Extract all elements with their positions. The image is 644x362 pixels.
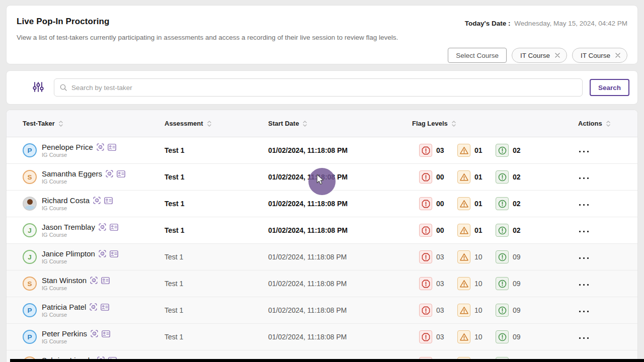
table-row: J Janice Plimpton IG Course Test 1 01/02… — [7, 244, 637, 270]
info-flag-icon[interactable] — [496, 304, 509, 317]
warning-flag-count: 10 — [474, 306, 485, 314]
warning-flag-icon[interactable] — [457, 197, 470, 210]
course-chip[interactable]: IT Course — [572, 48, 627, 63]
warning-flag-icon[interactable] — [457, 144, 470, 157]
course-chip-label: IT Course — [520, 52, 550, 59]
assessment-cell: Test 1 — [165, 306, 268, 314]
start-date-cell: 01/02/2024, 11:18:08 PM — [268, 226, 412, 234]
row-actions-menu-icon[interactable] — [578, 148, 590, 155]
select-course-button[interactable]: Select Course — [448, 48, 507, 63]
warning-flag-icon[interactable] — [457, 330, 470, 343]
info-flag-icon[interactable] — [496, 170, 509, 184]
face-scan-icon[interactable] — [90, 303, 97, 311]
face-scan-icon[interactable] — [93, 197, 101, 204]
critical-flag-count: 00 — [436, 200, 446, 208]
info-flag-icon[interactable] — [496, 224, 509, 237]
column-header-assessment[interactable]: Assessment — [165, 120, 268, 128]
table-row: S Samantha Eggers IG Course Test 1 01/02… — [7, 164, 637, 191]
avatar — [23, 197, 37, 211]
face-scan-icon[interactable] — [90, 277, 98, 284]
id-card-icon[interactable] — [102, 330, 110, 337]
face-scan-icon[interactable] — [99, 223, 106, 231]
course-label: IG Course — [42, 152, 116, 158]
actions-cell — [571, 279, 638, 289]
face-scan-icon[interactable] — [97, 143, 104, 151]
start-date-cell: 01/02/2024, 11:18:08 PM — [268, 280, 412, 288]
warning-flag-icon[interactable] — [457, 170, 470, 184]
column-header-start-date[interactable]: Start Date — [268, 120, 412, 128]
face-scan-icon[interactable] — [99, 250, 106, 257]
sort-icon[interactable] — [606, 120, 611, 128]
actions-cell — [571, 305, 638, 315]
critical-flag-icon[interactable] — [419, 170, 432, 184]
search-button[interactable]: Search — [590, 79, 629, 96]
row-actions-menu-icon[interactable] — [578, 201, 590, 209]
info-flag-count: 02 — [513, 226, 523, 234]
face-scan-icon[interactable] — [91, 330, 98, 337]
critical-flag-icon[interactable] — [419, 197, 432, 210]
column-header-flag-levels[interactable]: Flag Levels — [412, 120, 571, 128]
face-scan-icon[interactable] — [106, 170, 113, 177]
table-row: J Jason Tremblay IG Course Test 1 01/02/… — [7, 217, 637, 244]
id-card-icon[interactable] — [110, 250, 118, 257]
info-flag-icon[interactable] — [496, 144, 509, 157]
test-taker-cell: Richard Costa IG Course — [23, 196, 165, 211]
remove-course-icon[interactable] — [554, 52, 560, 58]
column-header-actions[interactable]: Actions — [571, 120, 638, 128]
row-actions-menu-icon[interactable] — [578, 308, 590, 315]
course-label: IG Course — [42, 232, 118, 238]
sort-icon[interactable] — [207, 120, 212, 128]
filter-icon[interactable] — [31, 80, 46, 95]
sort-icon[interactable] — [302, 120, 307, 128]
critical-flag-icon[interactable] — [419, 224, 432, 237]
test-taker-cell: J Janice Plimpton IG Course — [23, 249, 165, 264]
row-actions-menu-icon[interactable] — [578, 334, 590, 342]
page-subtitle: View a list of test-takers currently par… — [17, 34, 627, 41]
id-card-icon[interactable] — [108, 144, 116, 151]
info-flag-icon[interactable] — [496, 277, 509, 290]
row-actions-menu-icon[interactable] — [578, 254, 590, 262]
warning-flag-count: 10 — [474, 253, 485, 261]
warning-flag-icon[interactable] — [457, 277, 470, 290]
id-card-icon[interactable] — [101, 304, 109, 311]
critical-flag-icon[interactable] — [419, 304, 432, 317]
course-label: IG Course — [42, 258, 118, 264]
remove-course-icon[interactable] — [615, 52, 621, 58]
critical-flag-count: 03 — [436, 333, 446, 341]
critical-flag-icon[interactable] — [419, 330, 432, 343]
start-date-cell: 01/02/2024, 11:18:08 PM — [268, 306, 412, 314]
row-actions-menu-icon[interactable] — [578, 228, 590, 235]
info-flag-icon[interactable] — [496, 250, 509, 263]
critical-flag-count: 03 — [436, 280, 446, 288]
course-label: IG Course — [42, 338, 110, 344]
course-label: IG Course — [42, 205, 113, 211]
id-card-icon[interactable] — [117, 170, 125, 177]
search-bar-card: Search — [6, 70, 638, 105]
course-label: IG Course — [42, 178, 125, 185]
avatar-initial: S — [27, 173, 32, 181]
warning-flag-icon[interactable] — [457, 304, 470, 317]
warning-flag-count: 10 — [474, 333, 485, 341]
info-flag-icon[interactable] — [496, 197, 509, 210]
critical-flag-icon[interactable] — [419, 277, 432, 290]
actions-cell — [571, 332, 638, 342]
flag-levels-cell: 00 01 02 — [412, 197, 571, 210]
critical-flag-icon[interactable] — [419, 250, 432, 263]
search-input[interactable] — [54, 78, 583, 97]
info-flag-count: 02 — [513, 173, 523, 181]
sort-icon[interactable] — [451, 120, 456, 128]
info-flag-icon[interactable] — [496, 330, 509, 343]
row-actions-menu-icon[interactable] — [578, 174, 590, 182]
sort-icon[interactable] — [58, 120, 63, 128]
row-actions-menu-icon[interactable] — [578, 281, 590, 289]
column-header-test-taker[interactable]: Test-Taker — [23, 120, 165, 128]
critical-flag-icon[interactable] — [419, 144, 432, 157]
critical-flag-count: 03 — [436, 146, 446, 154]
warning-flag-icon[interactable] — [457, 224, 470, 237]
id-card-icon[interactable] — [101, 277, 110, 284]
id-card-icon[interactable] — [110, 224, 118, 231]
course-chip[interactable]: IT Course — [512, 48, 567, 63]
id-card-icon[interactable] — [104, 197, 113, 204]
test-taker-cell: P Penelope Price IG Course — [23, 143, 165, 158]
warning-flag-icon[interactable] — [457, 250, 470, 263]
